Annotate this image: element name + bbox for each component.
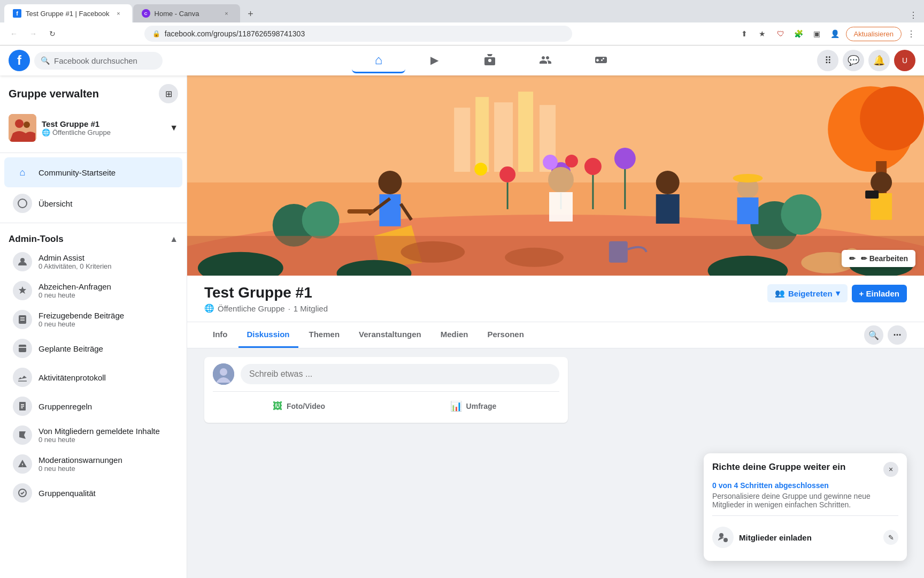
setup-progress: 0 von 4 Schritten abgeschlossen xyxy=(712,481,898,490)
group-type-text: Öffentliche Gruppe xyxy=(218,304,285,313)
admin-item-moderations[interactable]: Moderationswarnungen 0 neu heute xyxy=(4,450,182,478)
bookmark-icon[interactable]: ★ xyxy=(755,26,770,41)
browser-more-icon[interactable]: ⋮ xyxy=(905,27,918,41)
setup-action-item[interactable]: Mitglieder einladen ✎ xyxy=(712,522,898,552)
tab-search-button[interactable]: 🔍 xyxy=(864,325,883,345)
search-icon: 🔍 xyxy=(41,56,50,65)
geplante-icon xyxy=(13,339,32,358)
tab-facebook[interactable]: f Test Gruppe #1 | Facebook × xyxy=(4,4,132,22)
freizugeben-subtitle: 0 neu heute xyxy=(38,320,174,328)
tab-diskussion[interactable]: Diskussion xyxy=(238,322,298,348)
fb-nav-gaming[interactable] xyxy=(574,48,628,73)
fb-logo[interactable]: f xyxy=(9,50,30,71)
fb-tab-favicon: f xyxy=(13,9,21,18)
sidebar: Gruppe verwalten ⊞ Test Gruppe #1 🌐 Öffe… xyxy=(0,75,187,578)
admin-item-aktivitaet[interactable]: Aktivitätenprotokoll xyxy=(4,363,182,391)
panel-icon-btn[interactable]: ⊞ xyxy=(159,84,178,103)
admin-item-gemeldete[interactable]: Von Mitgliedern gemeldete Inhalte 0 neu … xyxy=(4,421,182,449)
update-button[interactable]: Aktualisieren xyxy=(846,27,902,41)
abzeichen-subtitle: 0 neu heute xyxy=(38,291,174,299)
moderations-content: Moderationswarnungen 0 neu heute xyxy=(38,455,174,473)
tab-medien[interactable]: Medien xyxy=(432,322,477,348)
tab-more-button[interactable]: ··· xyxy=(888,325,907,345)
community-icon: ⌂ xyxy=(13,163,32,182)
svg-rect-29 xyxy=(518,92,533,172)
edit-cover-button[interactable]: ✏ ✏ Bearbeiten xyxy=(842,250,915,267)
svg-rect-28 xyxy=(494,102,513,172)
admin-item-abzeichen[interactable]: Abzeichen-Anfragen 0 neu heute xyxy=(4,277,182,305)
setup-action-label: Mitglieder einladen xyxy=(739,533,812,542)
collapse-icon[interactable]: ▲ xyxy=(170,234,178,244)
group-dropdown-arrow[interactable]: ▼ xyxy=(170,123,178,133)
svg-rect-52 xyxy=(549,192,573,222)
tab-facebook-close[interactable]: × xyxy=(114,9,124,18)
tab-themen[interactable]: Themen xyxy=(301,322,349,348)
url-bar[interactable]: 🔒 facebook.com/groups/1187626598741303 xyxy=(144,26,572,42)
svg-point-37 xyxy=(565,155,578,168)
user-avatar[interactable]: U xyxy=(894,50,915,71)
gemeldete-subtitle: 0 neu heute xyxy=(38,436,174,444)
tab-canva[interactable]: C Home - Canva × xyxy=(133,4,240,22)
invite-button[interactable]: + Einladen xyxy=(852,285,907,302)
sidebar-item-community[interactable]: ⌂ Community-Startseite xyxy=(4,157,182,187)
joined-button[interactable]: 👥 Beigetreten ▾ xyxy=(767,284,848,302)
admin-item-gruppenregeln[interactable]: Gruppenregeln xyxy=(4,392,182,420)
setup-card-header: Richte deine Gruppe weiter ein × xyxy=(712,462,898,477)
group-profile[interactable]: Test Gruppe #1 🌐 Öffentliche Gruppe ▼ xyxy=(0,110,187,148)
admin-item-geplante[interactable]: Geplante Beiträge xyxy=(4,334,182,362)
notifications-icon-btn[interactable]: 🔔 xyxy=(868,50,890,71)
setup-card: Richte deine Gruppe weiter ein × 0 von 4… xyxy=(704,453,907,561)
tab-info[interactable]: Info xyxy=(204,322,236,348)
adblock-icon[interactable]: 🛡 xyxy=(773,26,788,41)
tabs-list: Info Diskussion Themen Veranstaltungen M… xyxy=(204,322,533,348)
svg-point-73 xyxy=(220,368,227,376)
freizugeben-icon xyxy=(13,310,32,329)
messenger-icon-btn[interactable]: 💬 xyxy=(843,50,864,71)
tab-canva-close[interactable]: × xyxy=(222,9,232,18)
abzeichen-title: Abzeichen-Anfragen xyxy=(38,282,174,291)
svg-rect-57 xyxy=(737,197,759,224)
admin-item-freizugeben[interactable]: Freizugebende Beiträge 0 neu heute xyxy=(4,306,182,333)
add-tab-button[interactable]: + xyxy=(243,6,258,21)
svg-rect-5 xyxy=(19,315,26,324)
setup-edit-icon[interactable]: ✎ xyxy=(883,530,898,545)
profile-icon[interactable]: 👤 xyxy=(828,26,843,41)
foto-video-action[interactable]: 🖼 Foto/Video xyxy=(213,396,385,416)
moderations-subtitle: 0 neu heute xyxy=(38,465,174,473)
tab-personen[interactable]: Personen xyxy=(479,322,532,348)
composer-actions: 🖼 Foto/Video 📊 Umfrage xyxy=(213,391,559,416)
admin-tools-header: Admin-Tools ▲ xyxy=(0,227,187,247)
address-bar: ← → ↻ 🔒 facebook.com/groups/118762659874… xyxy=(0,22,924,45)
extensions-icon[interactable]: 🧩 xyxy=(791,26,806,41)
tab-veranstaltungen[interactable]: Veranstaltungen xyxy=(350,322,430,348)
reload-button[interactable]: ↻ xyxy=(45,26,60,41)
search-input[interactable] xyxy=(54,56,156,65)
setup-card-title: Richte deine Gruppe weiter ein xyxy=(712,462,845,473)
split-view-icon[interactable]: ▣ xyxy=(810,26,825,41)
admin-item-gruppenqualitaet[interactable]: Gruppenqualität xyxy=(4,479,182,507)
back-button[interactable]: ← xyxy=(6,26,21,41)
sidebar-item-uebersicht[interactable]: Übersicht xyxy=(4,188,182,218)
group-info: Test Gruppe #1 🌐 Öffentliche Gruppe xyxy=(42,119,164,136)
svg-point-18 xyxy=(22,466,23,467)
svg-point-34 xyxy=(781,194,821,235)
foto-video-label: Foto/Video xyxy=(287,402,325,410)
fb-nav-marketplace[interactable] xyxy=(463,48,517,73)
setup-card-close-button[interactable]: × xyxy=(883,462,898,477)
fb-search-bar[interactable]: 🔍 xyxy=(34,52,163,70)
fb-nav-video[interactable]: ▶ xyxy=(407,48,461,73)
tabs-right: 🔍 ··· xyxy=(864,325,907,345)
group-info-bar: Test Gruppe #1 🌐 Öffentliche Gruppe · 1 … xyxy=(187,276,924,322)
sidebar-header: Gruppe verwalten ⊞ xyxy=(0,84,187,110)
gruppenregeln-title: Gruppenregeln xyxy=(38,402,174,411)
admin-item-admin-assist[interactable]: Admin Assist 0 Aktivitäten, 0 Kriterien xyxy=(4,248,182,276)
forward-button[interactable]: → xyxy=(26,26,41,41)
setup-description: Personalisiere deine Gruppe und gewinne … xyxy=(712,492,898,509)
browser-menu-icon[interactable]: ⋮ xyxy=(907,8,920,22)
post-input[interactable] xyxy=(241,364,559,384)
fb-nav-groups[interactable] xyxy=(519,48,572,73)
apps-icon-btn[interactable]: ⠿ xyxy=(817,50,838,71)
umfrage-action[interactable]: 📊 Umfrage xyxy=(387,396,559,416)
fb-nav-home[interactable]: ⌂ xyxy=(352,48,405,73)
share-icon[interactable]: ⬆ xyxy=(737,26,752,41)
